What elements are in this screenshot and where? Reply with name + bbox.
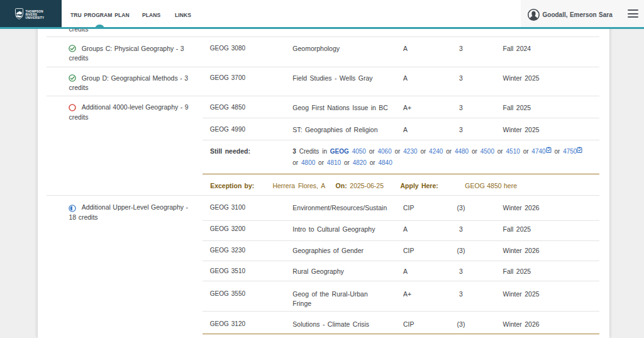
svg-text:THOMPSON: THOMPSON [26, 10, 44, 13]
svg-text:RIVERS: RIVERS [26, 13, 37, 16]
svg-text:UNIVERSITY: UNIVERSITY [26, 16, 45, 20]
